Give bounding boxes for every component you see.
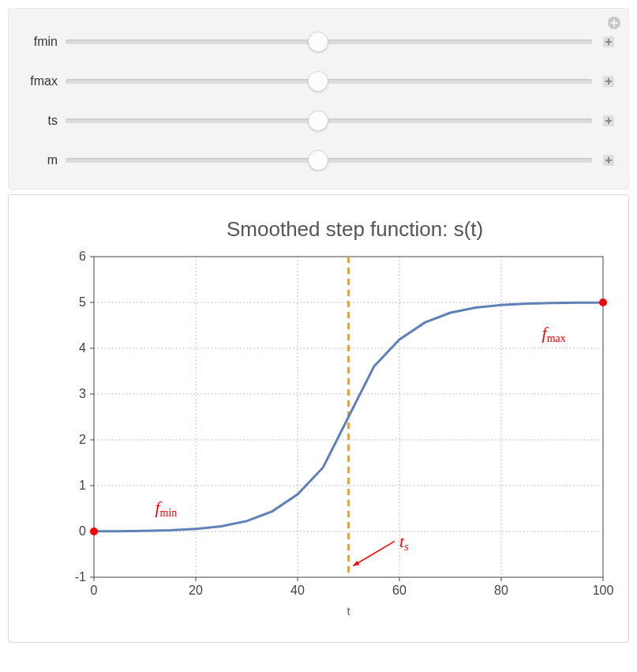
slider-ts[interactable] — [66, 110, 592, 132]
slider-thumb[interactable] — [308, 150, 328, 171]
chart-panel: Smoothed step function: s(t)-10123456020… — [8, 194, 629, 643]
y-tick-label: 6 — [79, 250, 86, 263]
data-marker — [90, 527, 98, 535]
chart: Smoothed step function: s(t)-10123456020… — [19, 208, 619, 626]
svg-rect-8 — [605, 120, 612, 122]
slider-thumb[interactable] — [308, 111, 328, 131]
y-tick-label: 1 — [79, 479, 86, 492]
x-tick-label: 100 — [592, 584, 613, 597]
slider-label: fmin — [23, 35, 58, 49]
expand-slider-icon[interactable] — [603, 155, 614, 166]
annotation-arrow — [353, 541, 395, 565]
add-control-icon[interactable] — [606, 15, 622, 31]
slider-fmin[interactable] — [66, 31, 592, 53]
slider-thumb[interactable] — [308, 71, 328, 92]
slider-label: ts — [23, 114, 58, 128]
y-tick-label: 5 — [79, 295, 86, 309]
slider-row-ts: ts — [23, 103, 614, 138]
x-tick-label: 0 — [90, 584, 97, 597]
x-tick-label: 40 — [290, 584, 305, 597]
slider-m[interactable] — [66, 149, 592, 171]
slider-row-fmax: fmax — [23, 64, 614, 99]
x-tick-label: 80 — [494, 584, 508, 597]
slider-row-fmin: fmin — [23, 24, 614, 59]
slider-thumb[interactable] — [308, 32, 328, 52]
y-tick-label: 2 — [79, 433, 86, 446]
svg-rect-4 — [605, 41, 612, 43]
slider-fmax[interactable] — [66, 70, 592, 92]
slider-track — [66, 79, 592, 84]
expand-slider-icon[interactable] — [603, 115, 614, 126]
slider-track — [66, 158, 592, 163]
annotation-fmax: fmax — [541, 323, 565, 344]
expand-slider-icon[interactable] — [603, 76, 614, 87]
controls-panel: fmin fmax ts — [8, 8, 629, 190]
svg-rect-10 — [605, 160, 612, 161]
slider-track — [66, 118, 592, 123]
data-marker — [599, 298, 607, 306]
slider-row-m: m — [23, 143, 614, 178]
x-tick-label: 60 — [392, 584, 407, 597]
x-axis-label: t — [347, 604, 350, 618]
annotation-ts: ts — [353, 531, 409, 565]
y-tick-label: -1 — [74, 570, 85, 584]
svg-rect-6 — [605, 81, 612, 82]
expand-slider-icon[interactable] — [603, 36, 614, 47]
slider-label: m — [23, 153, 58, 167]
svg-text:fmax: fmax — [541, 323, 565, 344]
x-tick-label: 20 — [189, 584, 203, 597]
y-tick-label: 4 — [79, 341, 86, 355]
svg-text:ts: ts — [399, 531, 409, 553]
slider-label: fmax — [23, 74, 58, 88]
y-tick-label: 3 — [79, 387, 86, 400]
svg-rect-2 — [611, 22, 618, 24]
slider-track — [66, 39, 592, 44]
svg-text:fmin: fmin — [155, 497, 177, 519]
annotation-fmin: fmin — [155, 497, 177, 519]
y-tick-label: 0 — [79, 524, 86, 538]
chart-title: Smoothed step function: s(t) — [227, 217, 483, 241]
